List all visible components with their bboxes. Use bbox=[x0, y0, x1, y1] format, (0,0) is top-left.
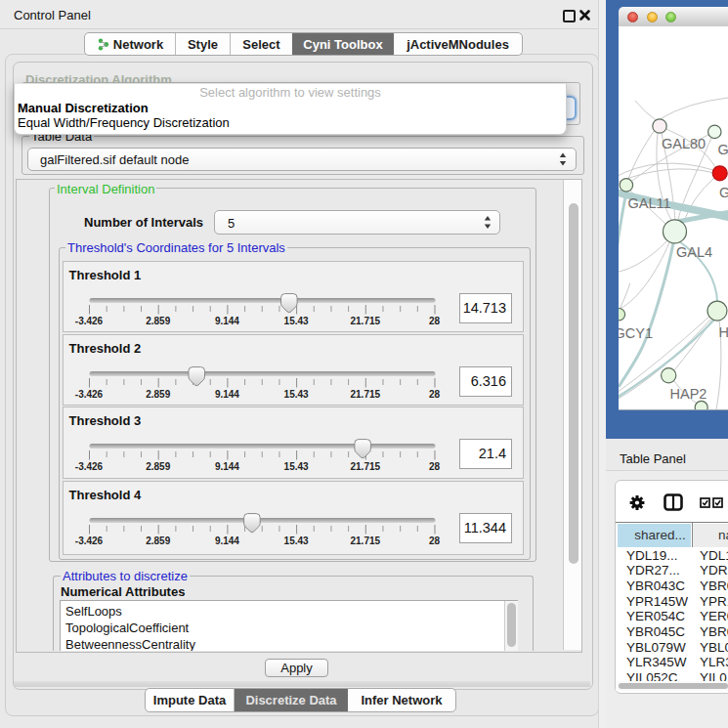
svg-text:GAL4: GAL4 bbox=[676, 244, 712, 260]
svg-text:G: G bbox=[719, 185, 728, 200]
svg-text:HI: HI bbox=[719, 324, 728, 340]
svg-text:GCY1: GCY1 bbox=[619, 325, 653, 341]
svg-text:GAL11: GAL11 bbox=[628, 195, 671, 211]
svg-text:HAP2: HAP2 bbox=[670, 386, 707, 402]
svg-text:GA: GA bbox=[718, 142, 728, 157]
svg-text:GAL80: GAL80 bbox=[662, 136, 706, 151]
